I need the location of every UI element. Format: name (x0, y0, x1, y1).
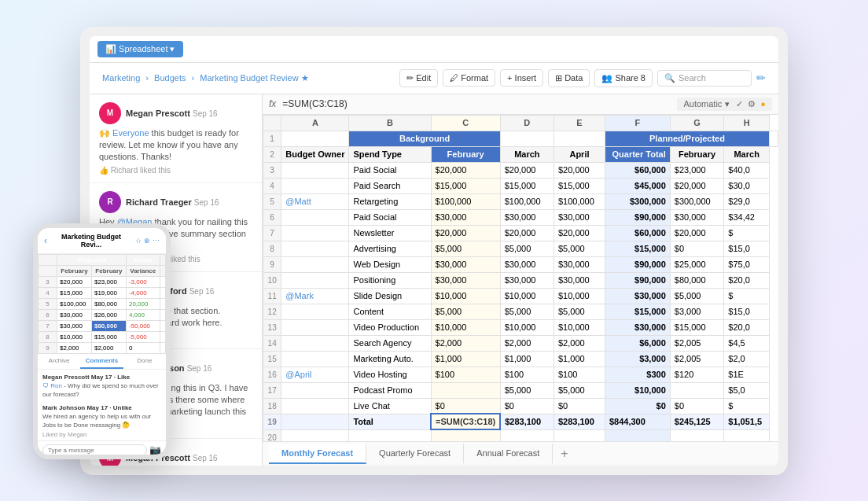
cell-20G[interactable] (670, 429, 724, 441)
cell-13H[interactable]: $20,0 (724, 319, 770, 335)
cell-4E[interactable]: $15,000 (554, 178, 605, 193)
cell-17A[interactable] (281, 382, 349, 398)
cell-4D[interactable]: $15,000 (500, 178, 554, 193)
cell-6C[interactable]: $30,000 (431, 209, 500, 225)
cell-17H[interactable]: $5,0 (724, 382, 770, 398)
cell-7F[interactable]: $60,000 (605, 225, 670, 241)
cell-6B[interactable]: Paid Social (349, 209, 431, 225)
col-header-D[interactable]: D (500, 115, 554, 131)
spreadsheet-button[interactable]: 📊 Spreadsheet ▾ (97, 41, 183, 57)
cell-2F[interactable]: Quarter Total (605, 146, 670, 162)
cell-13F[interactable]: $30,000 (605, 319, 670, 335)
cell-8G[interactable]: $0 (670, 241, 724, 256)
cell-11E[interactable]: $10,000 (554, 288, 605, 304)
cell-6A[interactable] (281, 209, 349, 225)
mobile-share-icon[interactable]: ⊕ (144, 237, 150, 245)
cell-17B[interactable]: Podcast Promo (349, 382, 431, 398)
cell-8C[interactable]: $5,000 (431, 241, 500, 256)
cell-19B[interactable]: Total (349, 414, 431, 429)
cell-16D[interactable]: $100 (500, 367, 554, 382)
mobile-tab-comments[interactable]: Comments (80, 354, 123, 369)
cell-12C[interactable]: $5,000 (431, 304, 500, 319)
cell-12F[interactable]: $15,000 (605, 304, 670, 319)
cell-2A[interactable]: Budget Owner (281, 146, 349, 162)
cell-3B[interactable]: Paid Social (349, 162, 431, 178)
col-header-F[interactable]: F (605, 115, 670, 131)
cell-19E[interactable]: $283,100 (554, 414, 605, 429)
col-header-C[interactable]: C (431, 115, 500, 131)
cell-4H[interactable]: $30,0 (724, 178, 770, 193)
cell-5D[interactable]: $100,000 (500, 193, 554, 209)
cell-20C[interactable] (431, 429, 500, 441)
cell-19G[interactable]: $245,125 (670, 414, 724, 429)
cell-14A[interactable] (281, 335, 349, 351)
cell-14C[interactable]: $2,000 (431, 335, 500, 351)
cell-3G[interactable]: $23,000 (670, 162, 724, 178)
cell-16C[interactable]: $100 (431, 367, 500, 382)
cell-15H[interactable]: $2,0 (724, 351, 770, 367)
cell-10F[interactable]: $90,000 (605, 272, 670, 288)
cell-20A[interactable] (281, 429, 349, 441)
col-header-A[interactable]: A (281, 115, 349, 131)
cell-7B[interactable]: Newsletter (349, 225, 431, 241)
col-header-B[interactable]: B (349, 115, 431, 131)
cell-4B[interactable]: Paid Search (349, 178, 431, 193)
cell-5A[interactable]: @Matt (281, 193, 349, 209)
cell-1A[interactable] (281, 131, 349, 146)
settings-icon[interactable]: ⚙ (748, 99, 756, 109)
cell-18E[interactable]: $0 (554, 398, 605, 414)
cell-11H[interactable]: $ (724, 288, 770, 304)
mobile-tab-done[interactable]: Done (123, 354, 166, 369)
cell-8F[interactable]: $15,000 (605, 241, 670, 256)
mobile-menu-icon[interactable]: ⋯ (153, 237, 160, 245)
cell-6H[interactable]: $34,42 (724, 209, 770, 225)
cell-15B[interactable]: Marketing Auto. (349, 351, 431, 367)
cell-16G[interactable]: $120 (670, 367, 724, 382)
cell-20H[interactable] (724, 429, 770, 441)
cell-2D[interactable]: March (500, 146, 554, 162)
cell-3F[interactable]: $60,000 (605, 162, 670, 178)
cell-19C[interactable]: =SUM(C3:C18) (431, 414, 500, 429)
cell-17G[interactable] (670, 382, 724, 398)
cell-8A[interactable] (281, 241, 349, 256)
cell-9B[interactable]: Web Design (349, 256, 431, 272)
cell-7E[interactable]: $20,000 (554, 225, 605, 241)
cell-10D[interactable]: $30,000 (500, 272, 554, 288)
cell-5G[interactable]: $300,000 (670, 193, 724, 209)
cell-3C[interactable]: $20,000 (431, 162, 500, 178)
cell-7D[interactable]: $20,000 (500, 225, 554, 241)
cell-2C[interactable]: February (431, 146, 500, 162)
cell-8H[interactable]: $15,0 (724, 241, 770, 256)
cell-14E[interactable]: $2,000 (554, 335, 605, 351)
cell-12B[interactable]: Content (349, 304, 431, 319)
cell-14F[interactable]: $6,000 (605, 335, 670, 351)
cell-7C[interactable]: $20,000 (431, 225, 500, 241)
cell-3E[interactable]: $20,000 (554, 162, 605, 178)
add-sheet-button[interactable]: + (553, 442, 576, 466)
cell-17C[interactable] (431, 382, 500, 398)
cell-4G[interactable]: $20,000 (670, 178, 724, 193)
cell-18C[interactable]: $0 (431, 398, 500, 414)
cell-9F[interactable]: $90,000 (605, 256, 670, 272)
cell-12D[interactable]: $5,000 (500, 304, 554, 319)
cell-19D[interactable]: $283,100 (500, 414, 554, 429)
search-box[interactable]: 🔍 Search (657, 70, 752, 87)
cell-3H[interactable]: $40,0 (724, 162, 770, 178)
tab-quarterly-forecast[interactable]: Quarterly Forecast (366, 444, 464, 464)
cell-20F[interactable] (605, 429, 670, 441)
cell-19F[interactable]: $844,300 (605, 414, 670, 429)
edit-icon[interactable]: ✏ (756, 72, 766, 84)
cell-5H[interactable]: $29,0 (724, 193, 770, 209)
cell-6F[interactable]: $90,000 (605, 209, 670, 225)
cell-14B[interactable]: Search Agency (349, 335, 431, 351)
mobile-tab-archive[interactable]: Archive (38, 354, 80, 369)
cell-5F[interactable]: $300,000 (605, 193, 670, 209)
cell-9H[interactable]: $75,0 (724, 256, 770, 272)
cell-3D[interactable]: $20,000 (500, 162, 554, 178)
cell-1F[interactable]: Planned/Projected (605, 131, 769, 146)
cell-14H[interactable]: $4,5 (724, 335, 770, 351)
cell-6D[interactable]: $30,000 (500, 209, 554, 225)
cell-18D[interactable]: $0 (500, 398, 554, 414)
cell-16E[interactable]: $100 (554, 367, 605, 382)
cell-11A[interactable]: @Mark (281, 288, 349, 304)
